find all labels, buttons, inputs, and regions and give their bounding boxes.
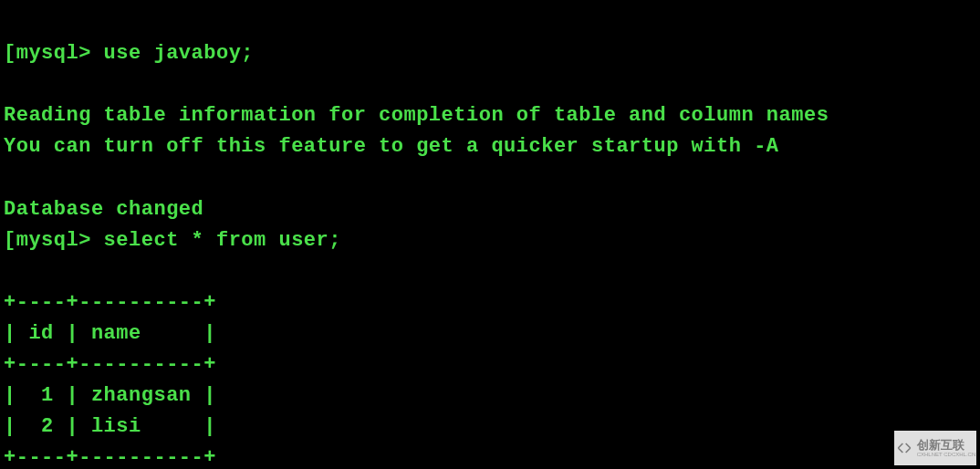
table-header: | id | name | bbox=[4, 322, 216, 345]
watermark-badge: 创新互联 CXHLNET CDCXHL.CN bbox=[894, 431, 976, 465]
prompt-bracket: [ bbox=[4, 42, 16, 65]
prompt-bracket: [ bbox=[4, 229, 16, 252]
mysql-prompt: mysql> bbox=[16, 229, 91, 252]
table-border-mid: +----+----------+ bbox=[4, 353, 216, 376]
output-db-changed: Database changed bbox=[4, 198, 203, 221]
command-line-1: [mysql> use javaboy; bbox=[4, 38, 976, 69]
mysql-prompt: mysql> bbox=[16, 42, 91, 65]
table-row: | 2 | lisi | bbox=[4, 415, 216, 438]
terminal-output: [mysql> use javaboy; Reading table infor… bbox=[4, 7, 976, 469]
watermark-subtext: CXHLNET CDCXHL.CN bbox=[917, 452, 976, 457]
output-reading-info: Reading table information for completion… bbox=[4, 104, 829, 127]
table-border-top: +----+----------+ bbox=[4, 291, 216, 314]
watermark-text: 创新互联 bbox=[917, 439, 976, 451]
use-command: use javaboy; bbox=[91, 42, 254, 65]
command-line-2: [mysql> select * from user; bbox=[4, 225, 976, 256]
watermark-logo-icon bbox=[895, 439, 913, 457]
select-command: select * from user; bbox=[91, 229, 341, 252]
output-turn-off: You can turn off this feature to get a q… bbox=[4, 135, 779, 158]
table-row: | 1 | zhangsan | bbox=[4, 384, 216, 407]
table-border-bottom: +----+----------+ bbox=[4, 446, 216, 469]
